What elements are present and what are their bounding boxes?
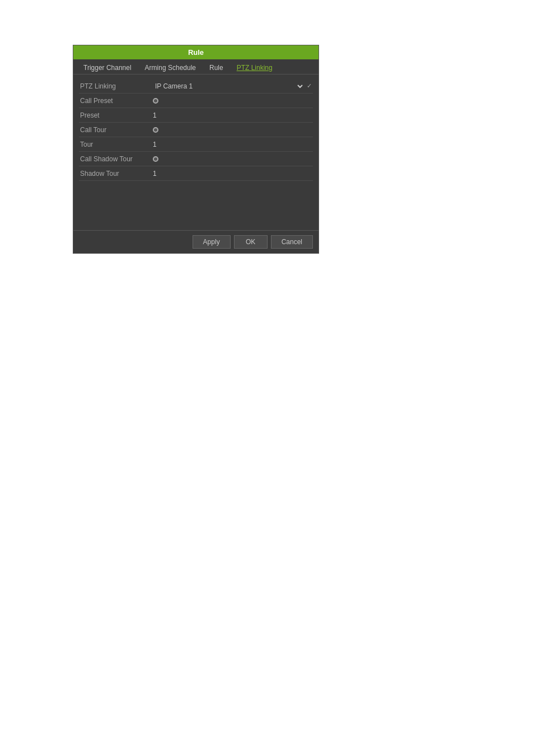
shadow-tour-number: 1 [153,170,157,178]
preset-label: Preset [80,111,153,119]
call-tour-row: Call Tour [79,123,313,137]
tour-number: 1 [153,141,157,148]
call-shadow-tour-row: Call Shadow Tour [79,152,313,166]
spacer [79,181,313,226]
preset-row: Preset 1 [79,108,313,123]
call-shadow-tour-toggle[interactable] [153,156,158,162]
call-tour-value[interactable] [153,127,312,133]
rule-dialog: Rule Trigger Channel Arming Schedule Rul… [73,45,319,254]
ptz-linking-row: PTZ Linking IP Camera 1 ✓ [79,79,313,94]
shadow-tour-label: Shadow Tour [80,170,153,178]
call-tour-toggle[interactable] [153,127,158,133]
call-tour-label: Call Tour [80,126,153,134]
tab-ptz-linking[interactable]: PTZ Linking [231,62,278,74]
call-shadow-tour-label: Call Shadow Tour [80,155,153,163]
dialog-body: PTZ Linking IP Camera 1 ✓ Call Preset Pr… [73,74,318,230]
call-preset-toggle[interactable] [153,98,158,104]
call-shadow-tour-value[interactable] [153,156,312,162]
tab-rule[interactable]: Rule [204,62,229,74]
tour-value: 1 [153,141,312,148]
shadow-tour-row: Shadow Tour 1 [79,166,313,181]
call-preset-value[interactable] [153,98,312,104]
call-preset-label: Call Preset [80,97,153,105]
tab-arming-schedule[interactable]: Arming Schedule [139,62,202,74]
cancel-button[interactable]: Cancel [271,235,313,249]
preset-value: 1 [153,111,312,119]
ok-button[interactable]: OK [234,235,268,249]
ptz-linking-value[interactable]: IP Camera 1 ✓ [153,82,312,91]
preset-number: 1 [153,111,157,119]
ptz-linking-label: PTZ Linking [80,82,153,90]
tour-label: Tour [80,141,153,148]
dialog-footer: Apply OK Cancel [73,230,318,253]
call-preset-row: Call Preset [79,94,313,108]
dropdown-arrow-icon: ✓ [307,82,312,90]
tab-trigger-channel[interactable]: Trigger Channel [78,62,137,74]
apply-button[interactable]: Apply [193,235,231,249]
tour-row: Tour 1 [79,137,313,152]
ptz-linking-select[interactable]: IP Camera 1 [153,82,305,91]
shadow-tour-value: 1 [153,170,312,178]
tab-bar: Trigger Channel Arming Schedule Rule PTZ… [73,59,318,74]
dialog-title: Rule [73,45,318,59]
